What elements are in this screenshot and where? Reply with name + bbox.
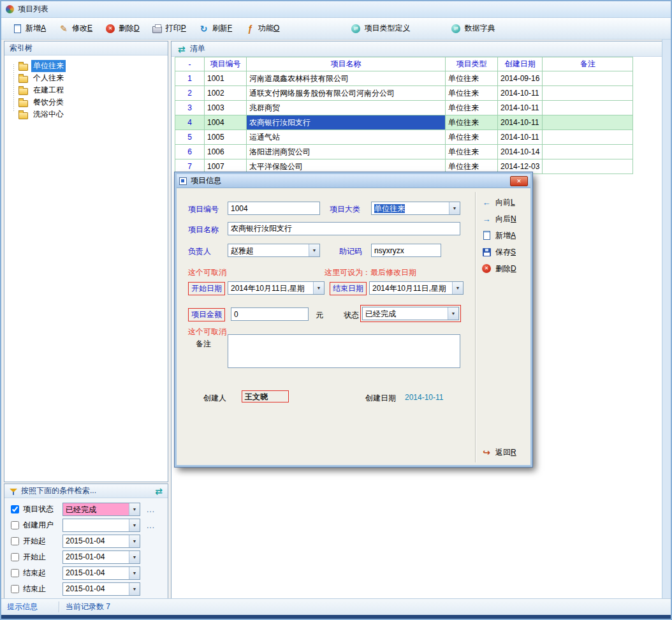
cell-date[interactable]: 2014-10-11 [498,130,543,145]
chevron-down-icon[interactable] [129,503,140,515]
table-row[interactable]: 2 1002 通联支付网络服务股份有限公司河南分公司 单位往来 2014-10-… [175,86,633,101]
cell-note[interactable] [543,130,633,145]
project-type-define-button[interactable]: 项目类型定义 [346,20,414,36]
edit-button[interactable]: ✎ 修改E [54,20,97,36]
row-number[interactable]: 6 [175,145,205,159]
cell-code[interactable]: 1004 [205,115,247,130]
end-from-date-combo[interactable]: 2015-01-04 [62,566,140,580]
col-header-name[interactable]: 项目名称 [247,57,446,71]
table-row-selected[interactable]: 4 1004 农商银行汝阳支行 单位往来 2014-10-11 [175,115,633,130]
tree-item-bath-center[interactable]: 洗浴中心 [7,108,165,121]
dialog-add-button[interactable]: 新增A [481,229,532,242]
data-dictionary-button[interactable]: 数据字典 [446,20,499,36]
cell-code[interactable]: 1005 [205,130,247,145]
cell-code[interactable]: 1006 [205,145,247,159]
tree-item-unit-contacts[interactable]: 单位往来 [7,60,165,72]
cell-code[interactable]: 1002 [205,86,247,101]
project-category-combo[interactable]: 单位往来 [371,202,460,215]
delete-button[interactable]: 删除D [101,20,144,36]
cell-name[interactable]: 农商银行汝阳支行 [247,115,446,130]
col-header-date[interactable]: 创建日期 [498,57,543,71]
row-number[interactable]: 2 [175,86,205,101]
col-header-type[interactable]: 项目类型 [446,57,498,71]
cell-type[interactable]: 单位往来 [446,86,498,101]
cell-note[interactable] [543,145,633,159]
end-date-combo[interactable]: 2014年10月11日,星期 [369,281,464,295]
function-button[interactable]: ƒ 功能O [240,20,284,36]
chevron-down-icon[interactable] [129,535,140,547]
tree-item-personal-contacts[interactable]: 个人往来 [7,72,165,84]
status-filter-more-button[interactable]: ... [144,505,155,514]
end-to-date-combo[interactable]: 2015-01-04 [62,582,140,596]
status-filter-combo[interactable]: 已经完成 [62,503,140,516]
cell-type[interactable]: 单位往来 [446,101,498,115]
refresh-button[interactable]: ↻ 刷新F [194,20,237,36]
chevron-down-icon[interactable] [129,519,140,531]
cell-code[interactable]: 1001 [205,71,247,86]
cell-note[interactable] [543,71,633,86]
chevron-down-icon[interactable] [452,282,463,294]
table-row[interactable]: 1 1001 河南道晟鑫农林科技有限公司 单位往来 2014-09-16 [175,71,633,86]
col-header-num[interactable]: - [175,57,205,71]
cell-date[interactable]: 2014-10-11 [498,101,543,115]
next-record-button[interactable]: → 向后N [481,212,532,225]
prev-record-button[interactable]: ← 向前L [481,196,532,209]
amount-input[interactable] [231,307,309,321]
table-row[interactable]: 6 1006 洛阳进润商贸公司 单位往来 2014-10-14 [175,145,633,159]
cell-name[interactable]: 洛阳进润商贸公司 [247,145,446,159]
dialog-delete-button[interactable]: 删除D [481,262,532,275]
creator-filter-combo[interactable] [62,519,140,532]
chevron-down-icon[interactable] [129,551,140,563]
status-combo[interactable]: 已经完成 [362,307,459,320]
swap-icon[interactable]: ⇄ [155,486,163,496]
cell-name[interactable]: 兆群商贸 [247,101,446,115]
project-name-input[interactable] [228,222,460,235]
remark-textarea[interactable] [228,334,460,368]
cell-note[interactable] [543,115,633,130]
chevron-down-icon[interactable] [309,244,319,256]
creator-filter-more-button[interactable]: ... [144,521,155,530]
add-button[interactable]: 新增A [8,20,50,36]
col-header-code[interactable]: 项目编号 [205,57,247,71]
start-to-checkbox[interactable] [11,553,19,561]
table-row[interactable]: 3 1003 兆群商贸 单位往来 2014-10-11 [175,101,633,115]
cell-name[interactable]: 通联支付网络服务股份有限公司河南分公司 [247,86,446,101]
chevron-down-icon[interactable] [129,567,140,579]
tree-item-catering-category[interactable]: 餐饮分类 [7,96,165,108]
close-button[interactable]: ✕ [510,176,528,186]
table-row[interactable]: 5 1005 运通气站 单位往来 2014-10-11 [175,130,633,145]
end-from-checkbox[interactable] [11,569,19,577]
chevron-down-icon[interactable] [448,307,458,320]
status-filter-checkbox[interactable] [11,505,19,513]
cell-note[interactable] [543,159,633,174]
mnemonic-input[interactable] [371,244,441,257]
chevron-down-icon[interactable] [313,282,324,294]
creator-filter-checkbox[interactable] [11,521,19,529]
cell-type[interactable]: 单位往来 [446,115,498,130]
project-code-input[interactable] [228,202,320,215]
chevron-down-icon[interactable] [449,202,460,214]
row-number[interactable]: 5 [175,130,205,145]
row-number[interactable]: 1 [175,71,205,86]
cell-date[interactable]: 2014-10-14 [498,145,543,159]
cell-name[interactable]: 运通气站 [247,130,446,145]
col-header-note[interactable]: 备注 [543,57,633,71]
dialog-title-bar[interactable]: 项目信息 ✕ [177,174,530,188]
row-number[interactable]: 3 [175,101,205,115]
cell-name[interactable]: 河南道晟鑫农林科技有限公司 [247,71,446,86]
cell-date[interactable]: 2014-10-11 [498,86,543,101]
cell-code[interactable]: 1003 [205,101,247,115]
end-to-checkbox[interactable] [11,585,19,593]
vertical-scrollbar[interactable] [662,40,671,601]
cell-type[interactable]: 单位往来 [446,145,498,159]
cell-date[interactable]: 2014-09-16 [498,71,543,86]
cell-note[interactable] [543,101,633,115]
swap-icon[interactable]: ⇄ [178,44,186,54]
return-button[interactable]: ↪ 返回R [481,446,516,459]
row-number[interactable]: 4 [175,115,205,130]
start-to-date-combo[interactable]: 2015-01-04 [62,550,140,564]
print-button[interactable]: 打印P [148,20,191,36]
cell-type[interactable]: 单位往来 [446,130,498,145]
save-button[interactable]: 保存S [481,246,532,258]
start-date-combo[interactable]: 2014年10月11日,星期 [228,281,325,295]
